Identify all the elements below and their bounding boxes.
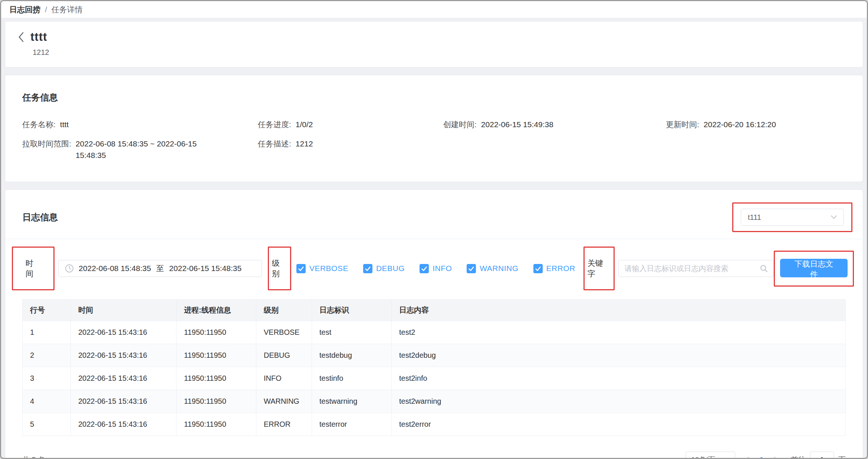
field-label: 任务描述: xyxy=(258,138,291,149)
download-log-file-button[interactable]: 下载日志文件 xyxy=(780,259,848,277)
table-cell: 1 xyxy=(23,321,71,344)
table-cell: 5 xyxy=(23,413,71,436)
date-range-separator: 至 xyxy=(156,263,164,274)
table-header-row: 行号 时间 进程:线程信息 级别 日志标识 日志内容 xyxy=(23,300,846,321)
keyword-search-input[interactable] xyxy=(625,264,759,273)
goto-page-input[interactable] xyxy=(810,452,834,459)
back-icon[interactable] xyxy=(18,32,24,43)
column-header-line-no: 行号 xyxy=(23,300,71,321)
field-value: 2022-06-20 16:12:20 xyxy=(704,119,776,130)
table-row: 2 2022-06-15 15:43:16 11950:11950 DEBUG … xyxy=(23,344,846,367)
column-header-level: 级别 xyxy=(256,300,312,321)
annotation-box-level-label: 级别 xyxy=(268,247,291,290)
level-checkbox-info[interactable]: INFO xyxy=(420,264,452,273)
table-cell: testerror xyxy=(312,413,392,436)
checkbox-checked-icon[interactable] xyxy=(296,264,306,273)
field-value: 2022-06-15 15:49:38 xyxy=(481,119,553,130)
checkbox-checked-icon[interactable] xyxy=(533,264,543,273)
table-cell: INFO xyxy=(256,367,312,390)
field-value: 2022-06-08 15:48:35 ~ 2022-06-15 15:48:3… xyxy=(76,138,206,161)
checkbox-checked-icon[interactable] xyxy=(420,264,429,273)
checkbox-checked-icon[interactable] xyxy=(467,264,476,273)
date-range-picker[interactable]: 2022-06-08 15:48:35 至 2022-06-15 15:48:3… xyxy=(58,260,262,277)
level-checkbox-label: ERROR xyxy=(546,264,575,273)
next-page-icon[interactable] xyxy=(773,456,778,459)
field-value: tttt xyxy=(60,119,69,130)
total-count-label: 共 5 条 xyxy=(22,455,45,459)
field-value: 1/0/2 xyxy=(296,119,313,130)
table-cell: 2022-06-15 15:43:16 xyxy=(71,367,177,390)
table-row: 3 2022-06-15 15:43:16 11950:11950 INFO t… xyxy=(23,367,846,390)
keyword-filter-label: 关键字 xyxy=(588,258,611,279)
app-window: 日志回捞 / 任务详情 tttt 1212 任务信息 任务名称: tttt 任务… xyxy=(0,0,868,459)
goto-page-label: 前往 xyxy=(791,455,806,459)
page-size-select[interactable]: 10条/页 xyxy=(685,452,735,459)
level-checkbox-warning[interactable]: WARNING xyxy=(467,264,518,273)
breadcrumb-separator: / xyxy=(45,5,47,14)
level-checkbox-verbose[interactable]: VERBOSE xyxy=(296,264,348,273)
table-cell: 11950:11950 xyxy=(177,390,256,413)
log-table: 行号 时间 进程:线程信息 级别 日志标识 日志内容 1 2022-06-15 … xyxy=(22,299,846,436)
field-updated-time: 更新时间: 2022-06-20 16:12:20 xyxy=(666,119,846,130)
table-cell: WARNING xyxy=(256,390,312,413)
field-task-name: 任务名称: tttt xyxy=(22,119,258,130)
page-header: tttt 1212 xyxy=(5,21,863,67)
column-header-process-thread: 进程:线程信息 xyxy=(177,300,256,321)
level-checkbox-label: INFO xyxy=(433,264,452,273)
table-row: 5 2022-06-15 15:43:16 11950:11950 ERROR … xyxy=(23,413,846,436)
field-created-time: 创建时间: 2022-06-15 15:49:38 xyxy=(443,119,666,130)
column-header-log-content: 日志内容 xyxy=(392,300,846,321)
search-icon[interactable] xyxy=(759,264,768,273)
device-select-value: t111 xyxy=(748,213,761,222)
current-page-number[interactable]: 1 xyxy=(759,455,764,459)
breadcrumb-root-link[interactable]: 日志回捞 xyxy=(9,4,40,15)
breadcrumb: 日志回捞 / 任务详情 xyxy=(1,1,867,18)
page-title: tttt xyxy=(30,30,47,44)
field-task-description: 任务描述: 1212 xyxy=(258,138,443,161)
checkbox-checked-icon[interactable] xyxy=(363,264,372,273)
device-select[interactable]: t111 xyxy=(741,209,844,226)
page-size-value: 10条/页 xyxy=(691,455,715,459)
level-checkbox-error[interactable]: ERROR xyxy=(533,264,575,273)
table-cell: test2warning xyxy=(392,390,846,413)
field-value: 1212 xyxy=(296,138,313,149)
time-filter-label: 时间 xyxy=(26,258,41,279)
field-label: 拉取时间范围: xyxy=(22,138,71,149)
table-cell: test2 xyxy=(392,321,846,344)
table-cell: 11950:11950 xyxy=(177,413,256,436)
table-cell: test2error xyxy=(392,413,846,436)
level-checkbox-label: DEBUG xyxy=(376,264,405,273)
table-cell: testdebug xyxy=(312,344,392,367)
date-range-start: 2022-06-08 15:48:35 xyxy=(79,264,151,273)
log-info-card: 日志信息 t111 时间 2022-06-08 15:48:35 xyxy=(5,189,863,459)
level-checkbox-label: VERBOSE xyxy=(309,264,348,273)
table-row: 4 2022-06-15 15:43:16 11950:11950 WARNIN… xyxy=(23,390,846,413)
table-cell: test xyxy=(312,321,392,344)
table-cell: 2022-06-15 15:43:16 xyxy=(71,390,177,413)
table-cell: 2022-06-15 15:43:16 xyxy=(71,413,177,436)
table-cell: 2022-06-15 15:43:16 xyxy=(71,321,177,344)
table-cell: testinfo xyxy=(312,367,392,390)
keyword-search-field[interactable] xyxy=(618,260,774,277)
field-label: 更新时间: xyxy=(666,119,699,130)
prev-page-icon[interactable] xyxy=(745,456,750,459)
table-cell: 4 xyxy=(23,390,71,413)
field-task-progress: 任务进度: 1/0/2 xyxy=(258,119,443,130)
field-label: 任务名称: xyxy=(22,119,56,130)
field-label: 创建时间: xyxy=(443,119,477,130)
table-cell: ERROR xyxy=(256,413,312,436)
annotation-box-download-button: 下载日志文件 xyxy=(774,251,854,287)
level-checkbox-debug[interactable]: DEBUG xyxy=(363,264,405,273)
task-info-grid: 任务名称: tttt 任务进度: 1/0/2 创建时间: 2022-06-15 … xyxy=(22,119,846,161)
table-cell: 11950:11950 xyxy=(177,321,256,344)
log-filter-bar: 时间 2022-06-08 15:48:35 至 2022-06-15 15:4… xyxy=(5,239,863,297)
column-header-time: 时间 xyxy=(71,300,177,321)
column-header-log-tag: 日志标识 xyxy=(312,300,392,321)
table-footer: 共 5 条 10条/页 1 前往 页 xyxy=(22,452,846,459)
table-cell: testwarning xyxy=(312,390,392,413)
page-unit-label: 页 xyxy=(838,455,846,459)
chevron-down-icon xyxy=(831,215,837,219)
breadcrumb-current: 任务详情 xyxy=(52,4,83,15)
table-row: 1 2022-06-15 15:43:16 11950:11950 VERBOS… xyxy=(23,321,846,344)
field-pull-time-range: 拉取时间范围: 2022-06-08 15:48:35 ~ 2022-06-15… xyxy=(22,138,258,161)
